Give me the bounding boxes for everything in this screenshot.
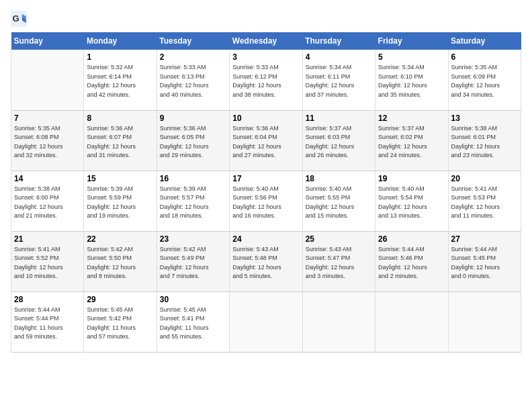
calendar-table: SundayMondayTuesdayWednesdayThursdayFrid… <box>11 32 521 353</box>
calendar-cell <box>448 291 521 352</box>
calendar-cell <box>302 291 375 352</box>
calendar-cell: 3Sunrise: 5:33 AM Sunset: 6:12 PM Daylig… <box>230 50 302 110</box>
day-number: 1 <box>87 52 153 62</box>
calendar-cell <box>11 50 84 110</box>
day-info: Sunrise: 5:40 AM Sunset: 5:54 PM Dayligh… <box>378 185 445 221</box>
calendar-cell: 6Sunrise: 5:35 AM Sunset: 6:09 PM Daylig… <box>448 50 521 110</box>
day-info: Sunrise: 5:39 AM Sunset: 5:57 PM Dayligh… <box>160 185 226 221</box>
calendar-cell: 4Sunrise: 5:34 AM Sunset: 6:11 PM Daylig… <box>302 50 375 110</box>
day-info: Sunrise: 5:36 AM Sunset: 6:05 PM Dayligh… <box>160 124 226 161</box>
day-info: Sunrise: 5:36 AM Sunset: 6:07 PM Dayligh… <box>87 124 153 161</box>
day-info: Sunrise: 5:41 AM Sunset: 5:53 PM Dayligh… <box>451 185 518 221</box>
week-row-1: 1Sunrise: 5:32 AM Sunset: 6:14 PM Daylig… <box>11 50 521 110</box>
day-info: Sunrise: 5:42 AM Sunset: 5:49 PM Dayligh… <box>160 245 226 281</box>
calendar-cell: 17Sunrise: 5:40 AM Sunset: 5:56 PM Dayli… <box>230 171 302 231</box>
calendar-cell: 16Sunrise: 5:39 AM Sunset: 5:57 PM Dayli… <box>157 171 229 231</box>
calendar-cell: 1Sunrise: 5:32 AM Sunset: 6:14 PM Daylig… <box>84 50 157 110</box>
calendar-cell: 24Sunrise: 5:43 AM Sunset: 5:48 PM Dayli… <box>230 231 302 291</box>
day-number: 15 <box>87 174 153 183</box>
day-info: Sunrise: 5:43 AM Sunset: 5:48 PM Dayligh… <box>232 245 299 281</box>
svg-text:G: G <box>12 13 19 24</box>
day-number: 27 <box>451 234 518 244</box>
calendar-cell: 25Sunrise: 5:43 AM Sunset: 5:47 PM Dayli… <box>302 231 375 291</box>
day-info: Sunrise: 5:44 AM Sunset: 5:44 PM Dayligh… <box>14 306 81 342</box>
day-number: 28 <box>14 295 81 304</box>
day-info: Sunrise: 5:33 AM Sunset: 6:12 PM Dayligh… <box>232 63 299 99</box>
weekday-header-wednesday: Wednesday <box>230 32 302 50</box>
calendar-cell: 11Sunrise: 5:37 AM Sunset: 6:03 PM Dayli… <box>302 110 375 171</box>
logo: G <box>11 11 30 27</box>
calendar-cell: 29Sunrise: 5:45 AM Sunset: 5:42 PM Dayli… <box>84 291 157 352</box>
calendar-cell: 27Sunrise: 5:44 AM Sunset: 5:45 PM Dayli… <box>448 231 521 291</box>
calendar-cell <box>375 291 448 352</box>
day-info: Sunrise: 5:37 AM Sunset: 6:02 PM Dayligh… <box>378 124 445 161</box>
weekday-header-monday: Monday <box>84 32 157 50</box>
day-number: 13 <box>451 113 518 123</box>
calendar-cell: 8Sunrise: 5:36 AM Sunset: 6:07 PM Daylig… <box>84 110 157 171</box>
day-info: Sunrise: 5:34 AM Sunset: 6:10 PM Dayligh… <box>378 63 445 99</box>
weekday-header-row: SundayMondayTuesdayWednesdayThursdayFrid… <box>11 32 521 50</box>
calendar-cell: 2Sunrise: 5:33 AM Sunset: 6:13 PM Daylig… <box>157 50 229 110</box>
calendar-cell: 19Sunrise: 5:40 AM Sunset: 5:54 PM Dayli… <box>375 171 448 231</box>
day-info: Sunrise: 5:37 AM Sunset: 6:03 PM Dayligh… <box>306 124 372 161</box>
calendar-cell: 12Sunrise: 5:37 AM Sunset: 6:02 PM Dayli… <box>375 110 448 171</box>
weekday-header-thursday: Thursday <box>302 32 375 50</box>
week-row-4: 21Sunrise: 5:41 AM Sunset: 5:52 PM Dayli… <box>11 231 521 291</box>
calendar-cell: 13Sunrise: 5:38 AM Sunset: 6:01 PM Dayli… <box>448 110 521 171</box>
calendar-cell: 15Sunrise: 5:39 AM Sunset: 5:59 PM Dayli… <box>84 171 157 231</box>
day-info: Sunrise: 5:35 AM Sunset: 6:08 PM Dayligh… <box>14 124 81 161</box>
calendar-cell: 7Sunrise: 5:35 AM Sunset: 6:08 PM Daylig… <box>11 110 84 171</box>
day-info: Sunrise: 5:45 AM Sunset: 5:41 PM Dayligh… <box>160 306 226 342</box>
calendar-cell: 30Sunrise: 5:45 AM Sunset: 5:41 PM Dayli… <box>157 291 229 352</box>
day-number: 30 <box>160 295 226 304</box>
day-number: 25 <box>306 234 372 244</box>
day-info: Sunrise: 5:32 AM Sunset: 6:14 PM Dayligh… <box>87 63 153 99</box>
day-number: 9 <box>160 113 226 123</box>
day-number: 12 <box>378 113 445 123</box>
day-info: Sunrise: 5:33 AM Sunset: 6:13 PM Dayligh… <box>160 63 226 99</box>
day-info: Sunrise: 5:42 AM Sunset: 5:50 PM Dayligh… <box>87 245 153 281</box>
calendar-cell: 10Sunrise: 5:36 AM Sunset: 6:04 PM Dayli… <box>230 110 302 171</box>
calendar-cell: 28Sunrise: 5:44 AM Sunset: 5:44 PM Dayli… <box>11 291 84 352</box>
calendar-cell: 23Sunrise: 5:42 AM Sunset: 5:49 PM Dayli… <box>157 231 229 291</box>
page-header: G <box>11 11 521 27</box>
day-number: 10 <box>232 113 299 123</box>
day-info: Sunrise: 5:36 AM Sunset: 6:04 PM Dayligh… <box>232 124 299 161</box>
weekday-header-sunday: Sunday <box>11 32 84 50</box>
week-row-5: 28Sunrise: 5:44 AM Sunset: 5:44 PM Dayli… <box>11 291 521 352</box>
day-info: Sunrise: 5:35 AM Sunset: 6:09 PM Dayligh… <box>451 63 518 99</box>
calendar-cell: 20Sunrise: 5:41 AM Sunset: 5:53 PM Dayli… <box>448 171 521 231</box>
calendar-cell: 18Sunrise: 5:40 AM Sunset: 5:55 PM Dayli… <box>302 171 375 231</box>
day-number: 2 <box>160 52 226 62</box>
day-info: Sunrise: 5:38 AM Sunset: 6:00 PM Dayligh… <box>14 185 81 221</box>
day-info: Sunrise: 5:34 AM Sunset: 6:11 PM Dayligh… <box>306 63 372 99</box>
calendar-cell: 14Sunrise: 5:38 AM Sunset: 6:00 PM Dayli… <box>11 171 84 231</box>
day-info: Sunrise: 5:44 AM Sunset: 5:45 PM Dayligh… <box>451 245 518 281</box>
week-row-3: 14Sunrise: 5:38 AM Sunset: 6:00 PM Dayli… <box>11 171 521 231</box>
day-number: 19 <box>378 174 445 183</box>
day-info: Sunrise: 5:41 AM Sunset: 5:52 PM Dayligh… <box>14 245 81 281</box>
day-info: Sunrise: 5:38 AM Sunset: 6:01 PM Dayligh… <box>451 124 518 161</box>
logo-icon: G <box>11 11 27 27</box>
day-number: 22 <box>87 234 153 244</box>
day-info: Sunrise: 5:39 AM Sunset: 5:59 PM Dayligh… <box>87 185 153 221</box>
day-info: Sunrise: 5:40 AM Sunset: 5:56 PM Dayligh… <box>232 185 299 221</box>
day-number: 4 <box>306 52 372 62</box>
day-number: 6 <box>451 52 518 62</box>
week-row-2: 7Sunrise: 5:35 AM Sunset: 6:08 PM Daylig… <box>11 110 521 171</box>
day-number: 3 <box>232 52 299 62</box>
day-number: 20 <box>451 174 518 183</box>
weekday-header-tuesday: Tuesday <box>157 32 229 50</box>
day-number: 8 <box>87 113 153 123</box>
day-number: 7 <box>14 113 81 123</box>
day-info: Sunrise: 5:40 AM Sunset: 5:55 PM Dayligh… <box>306 185 372 221</box>
day-number: 23 <box>160 234 226 244</box>
calendar-cell: 5Sunrise: 5:34 AM Sunset: 6:10 PM Daylig… <box>375 50 448 110</box>
weekday-header-friday: Friday <box>375 32 448 50</box>
day-number: 5 <box>378 52 445 62</box>
day-number: 21 <box>14 234 81 244</box>
day-info: Sunrise: 5:44 AM Sunset: 5:46 PM Dayligh… <box>378 245 445 281</box>
day-number: 11 <box>306 113 372 123</box>
weekday-header-saturday: Saturday <box>448 32 521 50</box>
day-info: Sunrise: 5:43 AM Sunset: 5:47 PM Dayligh… <box>306 245 372 281</box>
